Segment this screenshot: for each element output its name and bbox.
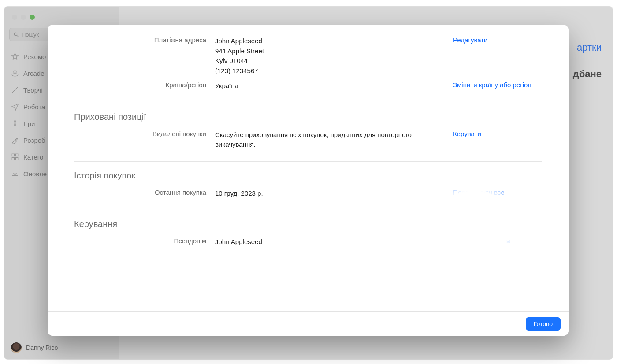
- nickname-label: Псевдонім: [74, 237, 206, 247]
- billing-address-row: Платіжна адреса John Appleseed 941 Apple…: [74, 33, 542, 78]
- done-button[interactable]: Готово: [526, 317, 561, 331]
- modal-body: Платіжна адреса John Appleseed 941 Apple…: [48, 25, 569, 311]
- hidden-value: Скасуйте приховування всіх покупок, прид…: [215, 130, 444, 150]
- divider: [74, 210, 542, 210]
- modal-footer: Готово: [48, 311, 569, 336]
- billing-name: John Appleseed: [215, 36, 444, 46]
- divider: [74, 103, 542, 103]
- divider: [74, 161, 542, 162]
- purchase-history-title: Історія покупок: [74, 171, 542, 181]
- country-value: Україна: [215, 81, 444, 91]
- billing-value: John Appleseed 941 Apple Street Kyiv 010…: [215, 36, 444, 76]
- hidden-items-title: Приховані позиції: [74, 112, 542, 122]
- manage-title: Керування: [74, 219, 542, 229]
- billing-city: Kyiv 01044: [215, 56, 444, 66]
- billing-street: 941 Apple Street: [215, 46, 444, 56]
- nickname-value: John Appleseed: [215, 237, 444, 247]
- account-settings-modal: Платіжна адреса John Appleseed 941 Apple…: [48, 25, 569, 336]
- edit-billing-link[interactable]: Редагувати: [453, 36, 488, 44]
- manage-hidden-link[interactable]: Керувати: [453, 130, 481, 137]
- purchase-history-row: Остання покупка 10 груд. 2023 р. Перегля…: [74, 186, 542, 201]
- change-country-link[interactable]: Змінити країну або регіон: [453, 81, 532, 89]
- billing-phone: (123) 1234567: [215, 66, 444, 76]
- country-row: Країна/регіон Україна Змінити країну або…: [74, 78, 542, 94]
- view-all-link[interactable]: Переглянути все: [453, 189, 505, 196]
- history-label: Остання покупка: [74, 189, 206, 199]
- country-label: Країна/регіон: [74, 81, 206, 91]
- hidden-label: Видалені покупки: [74, 130, 206, 150]
- billing-label: Платіжна адреса: [74, 36, 206, 76]
- nickname-row: Псевдонім John Appleseed Змінити псевдон…: [74, 234, 542, 250]
- change-nickname-link[interactable]: Змінити псевдонім: [453, 237, 510, 245]
- history-value: 10 груд. 2023 р.: [215, 189, 444, 199]
- hidden-items-row: Видалені покупки Скасуйте приховування в…: [74, 127, 542, 152]
